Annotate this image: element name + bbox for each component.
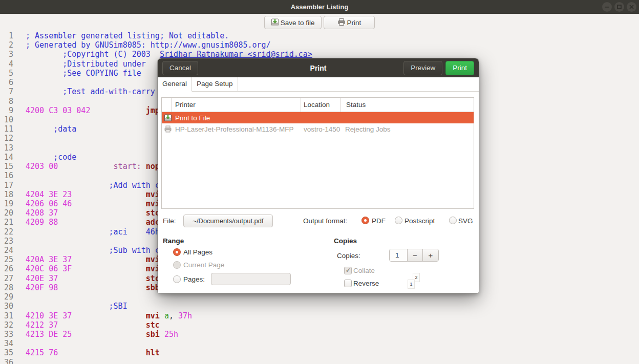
line-number: 25 — [0, 255, 13, 264]
line-number: 15 — [0, 162, 13, 171]
radio-current-page[interactable] — [173, 261, 181, 269]
copies-increment-button[interactable]: + — [422, 249, 438, 261]
line-number: 6 — [0, 78, 13, 87]
reverse-label: Reverse — [353, 280, 379, 287]
preview-button[interactable]: Preview — [403, 61, 442, 75]
line-number: 19 — [0, 199, 13, 208]
save-to-file-label: Save to file — [281, 19, 315, 27]
printer-location: vostro-1450 — [304, 125, 340, 133]
radio-all-pages[interactable] — [173, 248, 181, 256]
current-page-label: Current Page — [183, 261, 224, 269]
line-number: 28 — [0, 283, 13, 292]
print-to-file-icon — [164, 114, 172, 123]
line-number: 18 — [0, 190, 13, 199]
svg-label: SVG — [458, 217, 473, 225]
code-line: 3 ;Copyright (C) 2003 Sridhar Ratnakumar… — [0, 50, 639, 59]
line-number: 12 — [0, 134, 13, 143]
close-button[interactable] — [627, 2, 636, 12]
line-number: 1 — [0, 31, 13, 40]
printer-icon — [164, 125, 172, 135]
line-number: 7 — [0, 87, 13, 96]
pages-label: Pages: — [183, 275, 205, 283]
line-number: 10 — [0, 115, 13, 124]
line-number: 3 — [0, 50, 13, 59]
copies-heading: Copies — [334, 237, 357, 245]
code-line: 2; Generated by GNUSim8085: http://www.g… — [0, 40, 639, 50]
printer-table: Printer Location Status Print to File HP… — [161, 97, 474, 209]
line-number: 4 — [0, 59, 13, 69]
collate-checkbox[interactable]: ✓ — [344, 267, 352, 274]
file-label: File: — [163, 217, 176, 225]
radio-pdf[interactable] — [361, 217, 369, 224]
printer-status: Rejecting Jobs — [345, 125, 391, 133]
range-heading: Range — [163, 237, 184, 245]
column-header-location[interactable]: Location — [304, 98, 330, 112]
maximize-button[interactable] — [614, 2, 624, 12]
line-number: 36 — [0, 358, 13, 364]
printer-row-hp-laserjet[interactable]: HP-LaserJet-Professional-M1136-MFP vostr… — [162, 123, 474, 135]
toolbar: Save to file Print — [0, 14, 639, 30]
line-number: 22 — [0, 227, 13, 237]
tab-general[interactable]: General — [158, 77, 192, 92]
line-number: 14 — [0, 153, 13, 162]
column-header-printer[interactable]: Printer — [175, 98, 196, 112]
code-line: 354215 76 hlt — [0, 348, 639, 357]
line-number: 2 — [0, 40, 13, 50]
line-number: 34 — [0, 339, 13, 348]
line-number: 24 — [0, 246, 13, 255]
reverse-checkbox[interactable] — [344, 280, 352, 287]
pages-input[interactable] — [211, 273, 291, 285]
collate-label: Collate — [353, 267, 375, 274]
minimize-button[interactable] — [602, 2, 612, 12]
printer-table-header: Printer Location Status — [162, 98, 474, 112]
code-line: 29 — [0, 292, 639, 302]
postscript-label: Postscript — [404, 217, 435, 225]
line-number: 21 — [0, 218, 13, 227]
print-button[interactable]: Print — [324, 16, 375, 29]
save-to-file-icon — [271, 18, 279, 28]
all-pages-label: All Pages — [183, 248, 212, 256]
copies-decrement-button[interactable]: − — [407, 249, 422, 261]
line-number: 31 — [0, 311, 13, 320]
printer-name: HP-LaserJet-Professional-M1136-MFP — [175, 125, 294, 133]
code-line: 334213 DE 25 sbi 25h — [0, 330, 639, 339]
line-number: 9 — [0, 106, 13, 115]
radio-svg[interactable] — [449, 217, 457, 224]
printer-name: Print to File — [175, 114, 210, 122]
copies-spinbox: 1 − + — [389, 249, 439, 262]
code-line: 36 — [0, 358, 639, 364]
printer-row-print-to-file[interactable]: Print to File — [162, 112, 474, 123]
line-number: 32 — [0, 320, 13, 330]
print-icon — [337, 18, 346, 28]
radio-pages[interactable] — [173, 275, 181, 283]
radio-postscript[interactable] — [395, 217, 402, 224]
file-button[interactable]: ~/Documents/output.pdf — [183, 215, 273, 227]
code-line: 324212 37 stc — [0, 320, 639, 330]
save-to-file-button[interactable]: Save to file — [264, 16, 322, 29]
line-number: 20 — [0, 208, 13, 218]
pdf-label: PDF — [372, 217, 386, 225]
dialog-print-button[interactable]: Print — [445, 61, 474, 75]
line-number: 35 — [0, 348, 13, 357]
line-number: 5 — [0, 69, 13, 78]
line-number: 30 — [0, 302, 13, 311]
line-number: 16 — [0, 171, 13, 180]
code-line: 1; Assembler generated listing; Not edit… — [0, 31, 639, 40]
line-number: 27 — [0, 274, 13, 283]
line-number: 17 — [0, 181, 13, 190]
line-number: 29 — [0, 292, 13, 302]
line-number: 26 — [0, 264, 13, 273]
cancel-button[interactable]: Cancel — [162, 61, 198, 75]
window-controls — [602, 2, 636, 12]
copies-value[interactable]: 1 — [390, 249, 407, 261]
output-format-label: Output format: — [303, 217, 347, 225]
line-number: 8 — [0, 97, 13, 106]
column-header-status[interactable]: Status — [346, 98, 366, 112]
code-line: 314210 3E 37 mvi a, 37h — [0, 311, 639, 320]
window-titlebar: Assembler Listing — [0, 0, 639, 14]
tab-page-setup[interactable]: Page Setup — [192, 77, 238, 91]
check-mark-icon: ✓ — [346, 267, 351, 274]
copies-label: Copies: — [337, 252, 360, 260]
print-label: Print — [347, 19, 361, 27]
collate-preview-page-1: 1 — [408, 280, 415, 289]
